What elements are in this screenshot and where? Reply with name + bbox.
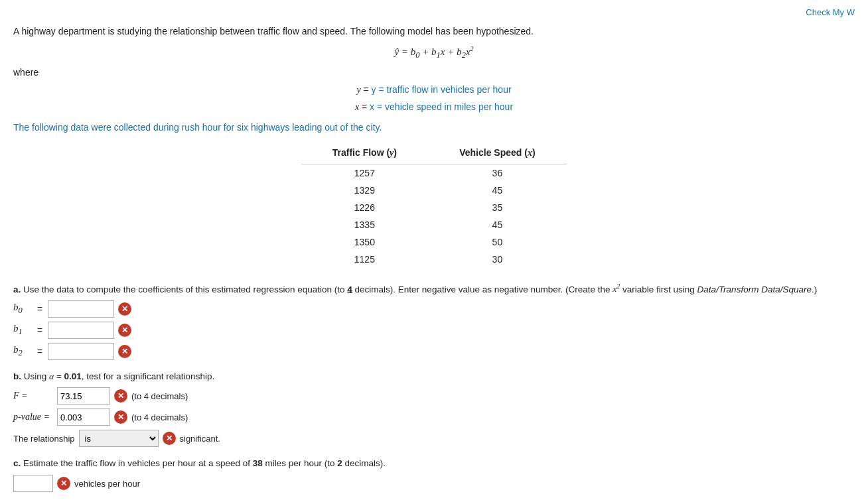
b1-error-icon[interactable]: ✕ bbox=[118, 324, 131, 337]
b1-row: b1 = ✕ bbox=[13, 322, 855, 339]
b2-label: b2 bbox=[13, 344, 33, 358]
b1-input[interactable] bbox=[48, 322, 114, 339]
vehicle-speed-cell: 45 bbox=[428, 182, 567, 199]
pval-row: p-value = ✕ (to 4 decimals) bbox=[13, 408, 855, 426]
rel-error-icon[interactable]: ✕ bbox=[163, 432, 176, 445]
est-row: ✕ vehicles per hour bbox=[13, 475, 855, 492]
col-speed-header: Vehicle Speed (x) bbox=[428, 143, 567, 164]
traffic-flow-cell: 1335 bbox=[301, 216, 428, 233]
traffic-flow-cell: 1125 bbox=[301, 251, 428, 268]
vehicle-speed-cell: 45 bbox=[428, 216, 567, 233]
section-c-label: c. Estimate the traffic flow in vehicles… bbox=[13, 456, 855, 471]
f-input[interactable] bbox=[57, 387, 110, 405]
section-a-label: a. Use the data to compute the coefficie… bbox=[13, 281, 855, 296]
b0-row: b0 = ✕ bbox=[13, 300, 855, 318]
data-table-container: Traffic Flow (y) Vehicle Speed (x) 12573… bbox=[13, 143, 855, 268]
b0-input[interactable] bbox=[48, 300, 114, 318]
vehicle-speed-cell: 50 bbox=[428, 233, 567, 251]
pval-hint: (to 4 decimals) bbox=[131, 412, 188, 422]
table-row: 135050 bbox=[301, 233, 567, 251]
b1-eq: = bbox=[37, 325, 42, 336]
b2-error-icon[interactable]: ✕ bbox=[118, 345, 131, 358]
traffic-flow-cell: 1226 bbox=[301, 199, 428, 216]
check-my-link[interactable]: Check My W bbox=[806, 7, 855, 17]
b2-row: b2 = ✕ bbox=[13, 343, 855, 360]
rel-row: The relationship isis not ✕ significant. bbox=[13, 430, 855, 447]
vehicles-label: vehicles per hour bbox=[74, 479, 140, 489]
var-y-line: y = y = traffic flow in vehicles per hou… bbox=[13, 82, 855, 98]
b1-label: b1 bbox=[13, 323, 33, 337]
f-error-icon[interactable]: ✕ bbox=[114, 389, 127, 403]
pval-label: p-value = bbox=[13, 412, 53, 422]
traffic-flow-cell: 1257 bbox=[301, 164, 428, 182]
pval-input[interactable] bbox=[57, 408, 110, 426]
data-intro-text: The following data were collected during… bbox=[13, 122, 855, 133]
vehicle-speed-cell: 30 bbox=[428, 251, 567, 268]
where-label: where bbox=[13, 67, 855, 78]
b0-label: b0 bbox=[13, 302, 33, 316]
f-row: F = ✕ (to 4 decimals) bbox=[13, 387, 855, 405]
table-row: 125736 bbox=[301, 164, 567, 182]
vehicle-speed-cell: 35 bbox=[428, 199, 567, 216]
f-hint: (to 4 decimals) bbox=[131, 391, 188, 401]
b2-input[interactable] bbox=[48, 343, 114, 360]
var-x-line: x = x = vehicle speed in miles per hour bbox=[13, 99, 855, 115]
rel-prefix: The relationship bbox=[13, 434, 75, 444]
main-equation: ŷ = b0 + b1x + b2x2 bbox=[13, 45, 855, 60]
data-table: Traffic Flow (y) Vehicle Speed (x) 12573… bbox=[301, 143, 567, 268]
traffic-flow-cell: 1329 bbox=[301, 182, 428, 199]
table-row: 133545 bbox=[301, 216, 567, 233]
b0-eq: = bbox=[37, 304, 42, 314]
table-row: 132945 bbox=[301, 182, 567, 199]
section-b-label: b. Using α = 0.01, test for a significan… bbox=[13, 369, 855, 384]
col-traffic-header: Traffic Flow (y) bbox=[301, 143, 428, 164]
est-error-icon[interactable]: ✕ bbox=[57, 477, 70, 490]
intro-line1: A highway department is studying the rel… bbox=[13, 24, 855, 38]
rel-suffix: significant. bbox=[180, 434, 220, 444]
vehicle-speed-cell: 36 bbox=[428, 164, 567, 182]
est-input[interactable] bbox=[13, 475, 53, 492]
rel-dropdown[interactable]: isis not bbox=[79, 430, 159, 447]
b2-eq: = bbox=[37, 346, 42, 357]
equation-text: ŷ = b0 + b1x + b2x2 bbox=[394, 46, 473, 57]
table-row: 112530 bbox=[301, 251, 567, 268]
top-bar: Check My W bbox=[13, 7, 855, 17]
table-row: 122635 bbox=[301, 199, 567, 216]
b0-error-icon[interactable]: ✕ bbox=[118, 302, 131, 316]
pval-error-icon[interactable]: ✕ bbox=[114, 410, 127, 424]
f-label: F = bbox=[13, 391, 53, 401]
variables-block: y = y = traffic flow in vehicles per hou… bbox=[13, 82, 855, 115]
traffic-flow-cell: 1350 bbox=[301, 233, 428, 251]
